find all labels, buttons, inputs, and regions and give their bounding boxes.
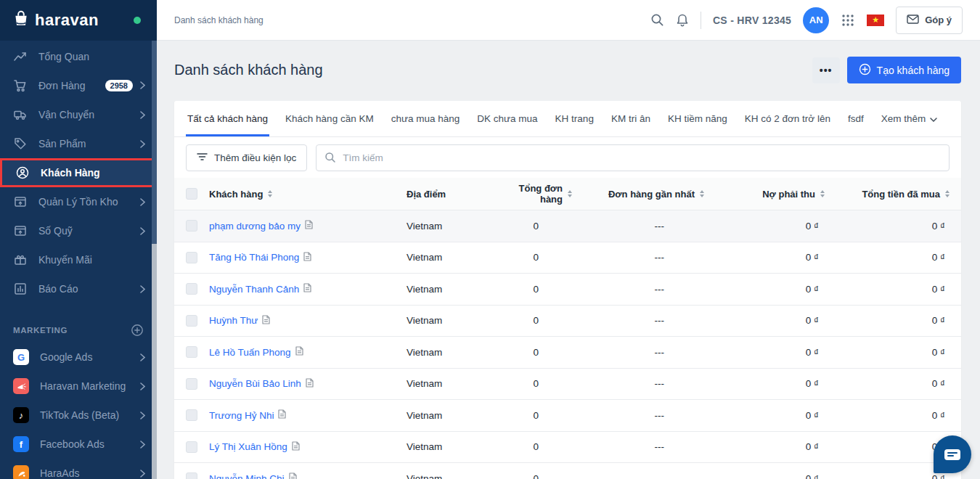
row-checkbox[interactable] — [186, 283, 197, 295]
customer-name-link[interactable]: Nguyễn Bùi Bảo Linh — [209, 378, 301, 389]
sidebar-item-tiktok-ads[interactable]: ♪ TikTok Ads (Beta) — [0, 401, 157, 430]
table-row: Nguyễn Bùi Bảo Linh Vietnam 0 --- 0 ₫ 0 … — [174, 369, 961, 401]
row-checkbox[interactable] — [186, 409, 197, 421]
customer-list-card: Tất cả khách hàng Khách hàng cần KM chưa… — [174, 101, 961, 479]
sidebar-item-so-quy[interactable]: Số Quỹ — [0, 216, 157, 245]
last-order-cell: --- — [572, 473, 704, 479]
search-input[interactable] — [316, 144, 950, 171]
tab-xem-them[interactable]: Xem thêm — [873, 101, 947, 136]
total-orders-cell: 0 — [494, 221, 572, 232]
add-filter-button[interactable]: Thêm điều kiện lọc — [186, 144, 307, 171]
row-checkbox[interactable] — [186, 220, 197, 232]
customer-name-link[interactable]: Nguyễn Thanh Cảnh — [209, 284, 299, 295]
note-document-icon — [306, 378, 314, 390]
create-customer-button[interactable]: Tạo khách hàng — [847, 57, 961, 83]
tab-km-tri-an[interactable]: KM tri ân — [603, 101, 659, 136]
row-checkbox[interactable] — [186, 252, 197, 263]
row-checkbox[interactable] — [186, 346, 197, 358]
sidebar-item-don-hang[interactable]: Đơn Hàng 2958 — [0, 71, 157, 100]
row-checkbox[interactable] — [186, 315, 197, 327]
total-spent-cell: 0 ₫ — [825, 252, 950, 263]
sidebar-item-haravan-marketing[interactable]: Haravan Marketing — [0, 372, 157, 401]
receivable-cell: 0 ₫ — [704, 441, 825, 452]
customer-name-link[interactable]: Lê Hồ Tuấn Phong — [209, 347, 291, 358]
row-checkbox[interactable] — [186, 378, 197, 390]
last-order-cell: --- — [572, 347, 704, 358]
customer-name-link[interactable]: phạm dương bảo my — [209, 221, 301, 232]
tab-kh-can-km[interactable]: Khách hàng cần KM — [277, 101, 383, 136]
column-header-total-spent[interactable]: Tổng tiền đã mua — [825, 189, 950, 200]
add-channel-icon[interactable] — [131, 324, 144, 337]
tab-kh-trang[interactable]: KH trang — [547, 101, 603, 136]
customer-name-link[interactable]: Nguyễn Minh Chi — [209, 473, 285, 479]
sort-icon — [268, 190, 272, 197]
sidebar-item-label: Tổng Quan — [38, 51, 89, 62]
vietnam-flag-icon[interactable]: ★ — [867, 15, 884, 26]
row-checkbox[interactable] — [186, 472, 197, 479]
sidebar-item-quan-ly-ton-kho[interactable]: Quản Lý Tồn Kho — [0, 187, 157, 216]
inventory-box-icon — [13, 195, 28, 209]
chevron-right-icon — [140, 140, 145, 148]
breadcrumb: Danh sách khách hàng — [174, 15, 264, 25]
sidebar-item-label: Quản Lý Tồn Kho — [38, 196, 118, 208]
avatar[interactable]: AN — [803, 7, 829, 33]
location-cell: Vietnam — [407, 441, 494, 452]
chevron-right-icon — [140, 382, 145, 390]
chat-widget-button[interactable] — [934, 435, 971, 473]
receivable-cell: 0 ₫ — [704, 315, 825, 326]
sidebar-item-bao-cao[interactable]: Báo Cáo — [0, 274, 157, 303]
last-order-cell: --- — [572, 284, 704, 295]
search-field-wrapper — [316, 144, 950, 171]
sidebar-item-khach-hang[interactable]: Khách Hàng — [0, 158, 157, 187]
more-actions-button[interactable]: ••• — [812, 57, 840, 83]
brand-logo[interactable]: haravan — [0, 0, 157, 41]
row-checkbox[interactable] — [186, 441, 197, 453]
customer-name-cell: phạm dương bảo my — [209, 220, 407, 232]
column-header-last-order[interactable]: Đơn hàng gần nhất — [572, 189, 704, 200]
app-window: haravan Tổng Quan Đơn Hàng 2958 — [0, 0, 980, 479]
tab-label: Tất cả khách hàng — [187, 113, 268, 124]
facebook-ads-icon: f — [13, 436, 29, 452]
table-header: Khách hàng Địa điểm Tổng đơn hàng Đơn hà… — [174, 178, 961, 210]
location-cell: Vietnam — [407, 252, 494, 263]
sidebar-item-label: Khách Hàng — [41, 167, 100, 179]
notifications-bell-icon[interactable] — [676, 13, 689, 28]
customer-name-link[interactable]: Huỳnh Thư — [209, 315, 258, 326]
tab-chua-mua-hang[interactable]: chưa mua hàng — [383, 101, 469, 136]
customer-name-cell: Huỳnh Thư — [209, 315, 407, 327]
store-code[interactable]: CS - HRV 12345 — [713, 15, 791, 26]
tab-dk-chua-mua[interactable]: DK chưa mua — [468, 101, 546, 136]
sidebar-scrollbar-thumb[interactable] — [152, 41, 157, 244]
column-header-total-orders[interactable]: Tổng đơn hàng — [494, 183, 572, 205]
tab-all-customers[interactable]: Tất cả khách hàng — [179, 101, 277, 136]
sidebar-item-google-ads[interactable]: G Google Ads — [0, 343, 157, 372]
column-header-customer[interactable]: Khách hàng — [209, 189, 407, 200]
customer-name-link[interactable]: Trương Hỷ Nhi — [209, 410, 274, 421]
search-icon[interactable] — [650, 13, 664, 27]
customer-name-link[interactable]: Tăng Hồ Thái Phong — [209, 252, 299, 263]
sidebar-item-haraads[interactable]: HaraAds — [0, 459, 157, 479]
plus-circle-icon — [859, 63, 871, 78]
column-header-receivable[interactable]: Nợ phải thu — [704, 189, 825, 200]
total-spent-cell: 0 ₫ — [825, 441, 950, 452]
main-area: Danh sách khách hàng CS - HRV 12345 AN ★ — [157, 0, 980, 479]
customer-name-cell: Nguyễn Minh Chi — [209, 472, 407, 479]
tab-fsdf[interactable]: fsdf — [839, 101, 873, 136]
sidebar-item-van-chuyen[interactable]: Vận Chuyển — [0, 100, 157, 129]
location-cell: Vietnam — [407, 473, 494, 479]
tab-kh-2-don[interactable]: KH có 2 đơn trở lên — [736, 101, 839, 136]
select-all-checkbox[interactable] — [186, 188, 197, 200]
chevron-right-icon — [140, 285, 145, 293]
sidebar-item-tong-quan[interactable]: Tổng Quan — [0, 42, 157, 71]
tab-kh-tiem-nang[interactable]: KH tiềm năng — [659, 101, 736, 136]
sidebar-item-khuyen-mai[interactable]: Khuyến Mãi — [0, 245, 157, 274]
sidebar-item-san-pham[interactable]: Sản Phẩm — [0, 129, 157, 158]
chevron-down-icon — [930, 113, 937, 124]
customer-name-link[interactable]: Lý Thị Xuân Hồng — [209, 441, 287, 452]
apps-grid-icon[interactable] — [841, 13, 855, 28]
column-label: Tổng đơn hàng — [494, 183, 563, 205]
chevron-right-icon — [140, 470, 145, 478]
feedback-button[interactable]: Góp ý — [896, 7, 963, 34]
haraads-icon — [13, 465, 29, 479]
sidebar-item-facebook-ads[interactable]: f Facebook Ads — [0, 430, 157, 459]
